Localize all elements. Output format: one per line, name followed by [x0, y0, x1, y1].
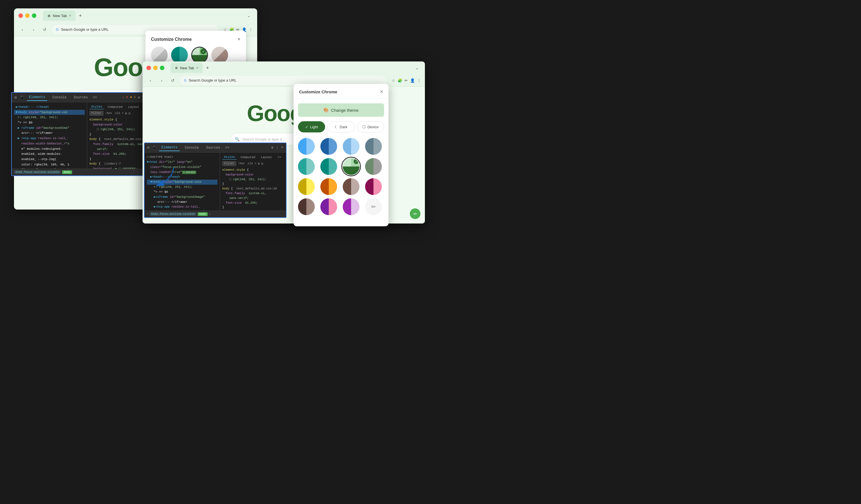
- devtools-tab-elements-front[interactable]: Elements: [159, 144, 180, 151]
- swatch-brown2[interactable]: [298, 198, 315, 215]
- profile-icon-front[interactable]: 👤: [410, 78, 415, 83]
- devtools-settings-front[interactable]: ⚙: [271, 145, 273, 150]
- menu-icon-back[interactable]: ⋮: [249, 27, 253, 32]
- styles-tab-front[interactable]: Styles: [222, 155, 237, 159]
- back-button-back[interactable]: ‹: [18, 26, 26, 33]
- forward-button-front[interactable]: ›: [158, 76, 165, 84]
- customize-shortcut-front[interactable]: ✏: [410, 208, 421, 219]
- swatch-lavender[interactable]: [343, 198, 359, 215]
- devtools-more-front[interactable]: ⋮: [276, 145, 279, 150]
- extensions-icon-front[interactable]: 🧩: [397, 78, 402, 83]
- change-theme-button[interactable]: 🎨 Change theme: [298, 103, 384, 117]
- css-val-1-front: □ rgb(248, 251, 241);: [222, 177, 284, 182]
- filter-box-back[interactable]: Filter: [90, 111, 104, 116]
- color-grid: ✓ ✏: [298, 138, 384, 215]
- computed-tab-back[interactable]: Computed: [106, 105, 124, 109]
- devtools-tab-elements-back[interactable]: Elements: [27, 94, 47, 101]
- devtools-tab-more-front[interactable]: >>: [225, 146, 229, 150]
- edit-btn-front[interactable]: ✏: [410, 208, 421, 219]
- swatch-orange[interactable]: [320, 178, 337, 195]
- swatch-teal[interactable]: [298, 158, 315, 175]
- format-icon-back[interactable]: ⊞: [125, 112, 127, 115]
- swatch-purple-pink[interactable]: [320, 198, 337, 215]
- styles-tab-back[interactable]: Styles: [90, 104, 104, 109]
- omnibar-front[interactable]: G Search Google or type a URL: [180, 76, 386, 85]
- swatch-blue-dark[interactable]: [320, 138, 337, 155]
- breadcrumb-body-back[interactable]: body: [62, 170, 72, 174]
- dom-line-2-back[interactable]: ▼<body style="background-col: [14, 110, 85, 115]
- breadcrumb-html-back[interactable]: html.focus-outline-visible: [14, 170, 61, 174]
- breadcrumb-end-arrow-front[interactable]: ›: [209, 213, 210, 216]
- custom-color-button[interactable]: ✏: [365, 198, 382, 215]
- toggle-icon-back[interactable]: ⊟: [128, 112, 130, 115]
- toggle-icon-front[interactable]: ⊟: [261, 162, 263, 165]
- swatch-yellow[interactable]: [298, 178, 315, 195]
- devtools-inspect-icon-front[interactable]: ⊡: [147, 145, 149, 150]
- light-mode-button[interactable]: ✓ Light: [298, 121, 325, 132]
- dark-mode-button[interactable]: ☾ Dark: [327, 121, 354, 132]
- forward-button-back[interactable]: ›: [30, 26, 38, 33]
- devtools-inspect-icon-back[interactable]: ⊡: [15, 95, 17, 100]
- panel-close-front[interactable]: ×: [380, 89, 383, 95]
- minimize-button-back[interactable]: [25, 13, 30, 18]
- css-close-2-front: }: [222, 205, 284, 210]
- format-icon-front[interactable]: ⊞: [258, 162, 260, 165]
- close-button-front[interactable]: [147, 66, 151, 70]
- tab-close-back[interactable]: ×: [69, 14, 71, 18]
- devtools-tab-console-back[interactable]: Console: [50, 95, 68, 101]
- devtools-tab-sources-back[interactable]: Sources: [71, 95, 90, 101]
- devtools-tab-sources-front[interactable]: Sources: [204, 145, 222, 151]
- popup-close-back[interactable]: ×: [237, 36, 241, 42]
- devtools-tab-more-back[interactable]: >>: [93, 96, 97, 99]
- layout-tab-front[interactable]: Layout: [259, 155, 274, 159]
- bookmark-icon-front[interactable]: ☆: [392, 78, 395, 83]
- window-maximize-front[interactable]: ⌄: [413, 64, 421, 72]
- tab-new-tab-front[interactable]: ⊕ New Tab ×: [170, 63, 203, 73]
- swatch-green-gray[interactable]: [365, 158, 382, 175]
- reload-button-front[interactable]: ↺: [169, 76, 177, 84]
- edit-icon-front[interactable]: ✏: [405, 78, 408, 83]
- maximize-button-back[interactable]: [32, 13, 36, 18]
- window-maximize-back[interactable]: ⌄: [245, 12, 253, 19]
- add-rule-back[interactable]: +: [122, 112, 124, 115]
- maximize-button-front[interactable]: [160, 66, 164, 70]
- minimize-button-front[interactable]: [153, 66, 158, 70]
- color-circle-neutral-back[interactable]: [211, 47, 228, 64]
- color-circle-green-back[interactable]: ✓: [191, 47, 208, 64]
- swatch-blue-pale[interactable]: [343, 138, 359, 155]
- back-button-front[interactable]: ‹: [147, 76, 154, 84]
- swatch-brown[interactable]: [343, 178, 359, 195]
- color-circle-teal-back[interactable]: [171, 47, 188, 64]
- menu-icon-front[interactable]: ⋮: [417, 78, 421, 83]
- swatch-pink[interactable]: [365, 178, 382, 195]
- cls-label-front: .cls: [246, 162, 253, 165]
- add-rule-front[interactable]: +: [255, 162, 256, 165]
- more-tabs-front[interactable]: >>: [276, 155, 283, 159]
- computed-tab-front[interactable]: Computed: [239, 155, 257, 159]
- devtools-device-icon-back[interactable]: 📱: [19, 95, 24, 100]
- device-mode-button[interactable]: ☐ Device: [357, 121, 384, 132]
- swatch-blue-light[interactable]: [298, 138, 315, 155]
- dom-line-5-back: ▶ <iframe id="backgroundIma": [14, 125, 85, 131]
- close-button-back[interactable]: [18, 13, 23, 18]
- swatch-green[interactable]: ✓: [343, 158, 359, 175]
- devtools-tab-console-front[interactable]: Console: [182, 145, 201, 151]
- color-circles-row-back: ✓: [151, 47, 241, 64]
- swatch-teal-dark[interactable]: [320, 158, 337, 175]
- new-tab-button-back[interactable]: +: [79, 13, 82, 19]
- devtools-close-front[interactable]: ×: [281, 145, 283, 150]
- color-circle-gray-back[interactable]: [151, 47, 168, 64]
- new-tab-button-front[interactable]: +: [206, 65, 209, 71]
- devtools-device-icon-front[interactable]: 📱: [152, 145, 156, 150]
- breadcrumb-html-front[interactable]: html.focus-outline-visible: [150, 212, 196, 216]
- tab-close-front[interactable]: ×: [196, 66, 198, 70]
- dom-body-front[interactable]: ▼<body style="background-colo: [147, 180, 218, 185]
- reload-button-back[interactable]: ↺: [41, 26, 49, 33]
- devtools-settings-back[interactable]: ⚙: [138, 95, 140, 100]
- breadcrumb-arrow-front[interactable]: ‹: [147, 213, 148, 216]
- swatch-blue-gray[interactable]: [365, 138, 382, 155]
- filter-box-front[interactable]: Filter: [222, 161, 236, 166]
- breadcrumb-body-front[interactable]: body: [197, 212, 208, 216]
- tab-new-tab-back[interactable]: ⊕ New Tab ×: [43, 11, 76, 21]
- layout-tab-back[interactable]: Layout: [126, 105, 141, 109]
